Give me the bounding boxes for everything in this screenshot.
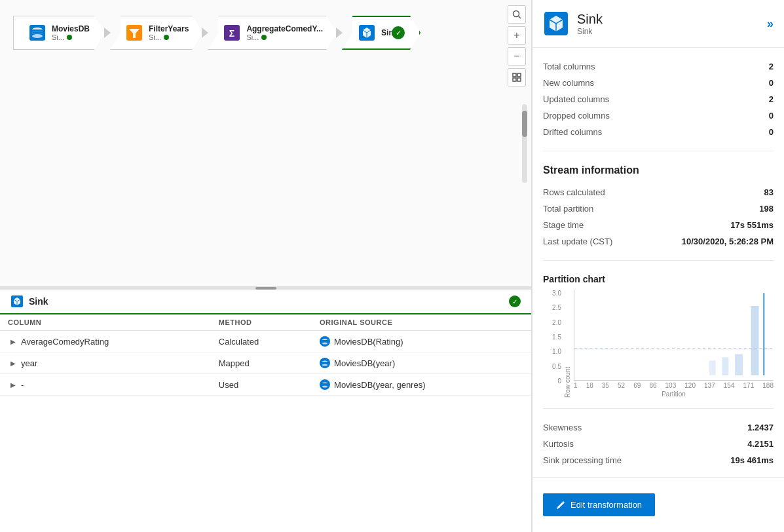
chart-section: Partition chart 3.0 2.5 2.0 1.5 1.0 0.5 … <box>543 274 774 468</box>
svg-point-25 <box>322 364 327 366</box>
right-panel-content: Total columns 2 New columns 0 Updated co… <box>532 48 784 477</box>
updated-columns-label: Updated columns <box>543 94 609 104</box>
last-update-value: 10/30/2020, 5:26:28 PM <box>682 237 774 246</box>
pipeline-node-aggregate[interactable]: Σ AggregateComedY... Si... <box>208 16 337 50</box>
aggregate-subtitle: Si... <box>246 33 323 41</box>
stage-time-label: Stage time <box>543 220 584 230</box>
svg-rect-33 <box>735 354 743 375</box>
row2-db-icon <box>320 358 330 368</box>
sink-status: ✓ <box>392 26 405 39</box>
bottom-panel-header: Sink ✓ <box>0 290 531 314</box>
filteryears-status-dot <box>164 35 169 40</box>
arrow-3 <box>336 28 343 38</box>
x-tick-188: 188 <box>762 382 774 389</box>
y-tick-1: 1.0 <box>552 348 561 355</box>
bottom-panel-title: Sink <box>29 296 504 307</box>
y-tick-1_5: 1.5 <box>552 333 561 341</box>
filteryears-icon <box>124 22 145 43</box>
rows-calculated-value: 83 <box>764 187 774 197</box>
row1-db-icon <box>320 336 330 347</box>
search-button[interactable] <box>508 5 526 24</box>
x-tick-137: 137 <box>704 382 715 389</box>
bottom-panel: Sink ✓ COLUMN METHOD ORIGINAL SOURCE ▶ A… <box>0 290 531 532</box>
canvas-scroll-thumb <box>522 111 527 137</box>
zoom-out-icon: − <box>513 51 519 62</box>
stat-drifted-columns: Drifted columns 0 <box>543 124 774 140</box>
rows-calculated-label: Rows calculated <box>543 187 605 197</box>
row2-source: MoviesDB(year) <box>312 352 531 374</box>
svg-rect-35 <box>709 360 716 375</box>
sink-check-icon: ✓ <box>392 26 405 39</box>
pencil-icon <box>556 501 565 510</box>
x-tick-69: 69 <box>633 382 641 389</box>
zoom-in-button[interactable]: + <box>508 26 526 45</box>
partition-chart-container: 3.0 2.5 2.0 1.5 1.0 0.5 0 Row count <box>543 290 774 398</box>
row3-column-value: - <box>21 380 24 390</box>
fit-button[interactable] <box>508 68 526 86</box>
filteryears-content: FilterYears Si... <box>149 24 202 41</box>
stat-dropped-columns: Dropped columns 0 <box>543 107 774 124</box>
row2-expand-btn[interactable]: ▶ <box>8 360 18 367</box>
right-panel-header: Sink Sink » <box>532 0 784 48</box>
kurtosis-value: 4.2151 <box>747 439 774 449</box>
right-panel-subtitle: Sink <box>577 27 759 36</box>
y-tick-3: 3.0 <box>552 290 561 297</box>
svg-rect-3 <box>517 73 521 77</box>
edit-transformation-button[interactable]: Edit transformation <box>543 493 655 516</box>
row1-source-ref: MoviesDB(Rating) <box>320 336 523 347</box>
moviesdb-subtitle: Si... <box>52 33 91 41</box>
data-table: COLUMN METHOD ORIGINAL SOURCE ▶ AverageC… <box>0 314 531 396</box>
x-tick-171: 171 <box>743 382 755 389</box>
x-tick-120: 120 <box>684 382 696 389</box>
stat-updated-columns: Updated columns 2 <box>543 91 774 107</box>
drifted-columns-label: Drifted columns <box>543 127 602 137</box>
svg-rect-32 <box>751 306 759 375</box>
x-tick-103: 103 <box>665 382 677 389</box>
row1-column: ▶ AverageComedyRating <box>0 331 211 352</box>
stat-stage-time: Stage time 17s 551ms <box>543 217 774 233</box>
arrow-2 <box>202 28 208 38</box>
canvas-scrollbar[interactable] <box>522 104 527 183</box>
drifted-columns-value: 0 <box>769 127 774 137</box>
filteryears-subtitle: Si... <box>149 33 189 41</box>
stage-time-value: 17s 551ms <box>730 220 774 230</box>
row2-column-value: year <box>21 358 37 368</box>
row1-method: Calculated <box>211 331 312 352</box>
svg-text:Σ: Σ <box>229 28 234 39</box>
svg-rect-4 <box>513 78 516 81</box>
col-header-method: METHOD <box>211 314 312 331</box>
total-columns-value: 2 <box>769 62 774 71</box>
filteryears-title: FilterYears <box>149 24 189 33</box>
pipeline-node-moviesdb[interactable]: MoviesDB Si... <box>13 16 105 50</box>
row3-source: MoviesDB(year, genres) <box>312 374 531 396</box>
total-partition-label: Total partition <box>543 204 593 214</box>
row2-source-ref: MoviesDB(year) <box>320 358 523 368</box>
dropped-columns-value: 0 <box>769 111 774 121</box>
aggregate-content: AggregateComedY... Si... <box>246 24 336 41</box>
row3-db-icon <box>320 379 330 390</box>
chart-x-axis: 1 18 35 52 69 86 103 120 137 154 171 188 <box>574 381 774 389</box>
updated-columns-value: 2 <box>769 94 774 104</box>
stat-rows-calculated: Rows calculated 83 <box>543 184 774 200</box>
stat-total-columns: Total columns 2 <box>543 58 774 75</box>
zoom-out-button[interactable]: − <box>508 47 526 66</box>
expand-right-button[interactable]: » <box>767 17 774 31</box>
zoom-in-icon: + <box>513 30 519 41</box>
x-tick-35: 35 <box>602 382 609 389</box>
skewness-label: Skewness <box>543 423 582 432</box>
stats-section: Total columns 2 New columns 0 Updated co… <box>543 58 774 151</box>
sink-processing-value: 19s 461ms <box>730 455 774 465</box>
y-tick-2_5: 2.5 <box>552 304 561 311</box>
row2-source-text: MoviesDB(year) <box>334 358 395 368</box>
table-row: ▶ AverageComedyRating Calculated MoviesD… <box>0 331 531 352</box>
moviesdb-status-dot <box>67 35 72 40</box>
svg-rect-34 <box>722 357 729 375</box>
row3-expand-btn[interactable]: ▶ <box>8 381 18 389</box>
new-columns-value: 0 <box>769 78 774 88</box>
pipeline-node-filteryears[interactable]: FilterYears Si... <box>110 16 202 50</box>
row1-column-value: AverageComedyRating <box>21 337 109 347</box>
pipeline-node-sink[interactable]: Sink ✓ <box>342 16 420 50</box>
svg-point-22 <box>322 343 327 345</box>
row3-column: ▶ - <box>0 374 211 396</box>
row1-expand-btn[interactable]: ▶ <box>8 338 18 345</box>
